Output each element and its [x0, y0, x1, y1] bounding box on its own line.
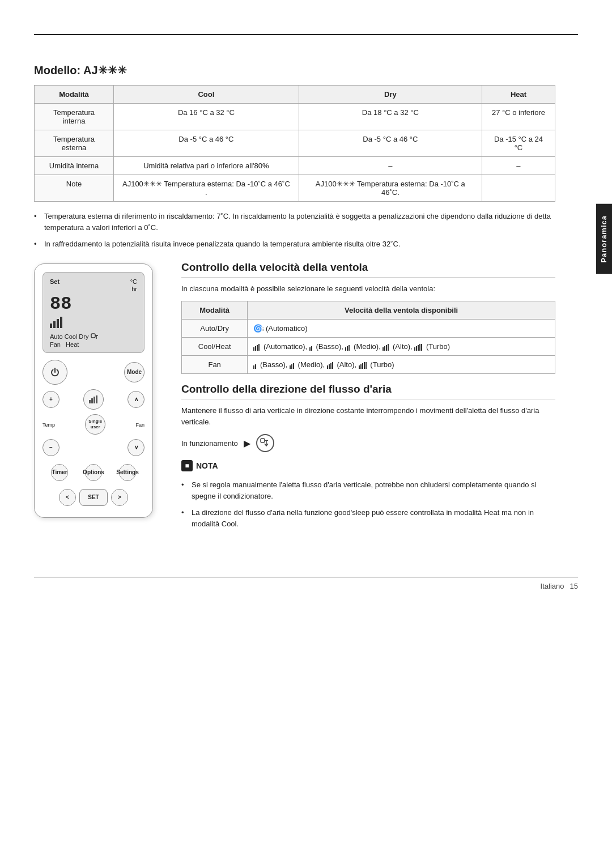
right-button[interactable]: >	[111, 489, 128, 506]
col-header-cool: Cool	[114, 86, 299, 104]
main-content: Modello: AJ✳✳✳ Modalità Cool Dry Heat Te…	[0, 35, 612, 560]
svg-rect-8	[91, 398, 93, 403]
cell-cool: AJ100✳✳✳ Temperatura esterna: Da -10˚C a…	[114, 175, 299, 202]
temp-group: +	[42, 391, 60, 408]
fan-circle-icon	[256, 434, 274, 452]
svg-rect-37	[332, 362, 333, 369]
svg-rect-19	[348, 345, 350, 351]
button-row-6: < SET >	[42, 489, 144, 506]
mode-button[interactable]: Mode	[124, 362, 144, 382]
button-row-3: Temp Singleuser Fan	[42, 414, 144, 435]
svg-rect-39	[360, 364, 362, 369]
cell-heat: –	[482, 157, 555, 175]
fan-turbo-icon	[414, 344, 424, 351]
remote-control: Set °Chr 88	[34, 263, 153, 518]
svg-rect-32	[291, 364, 292, 369]
fan-mode-cell: Cool/Heat	[182, 338, 248, 356]
cell-heat: 27 °C o inferiore	[482, 104, 555, 130]
svg-rect-35	[329, 364, 330, 369]
col-header-modalita: Modalità	[35, 86, 114, 104]
svg-rect-43	[261, 439, 265, 442]
button-row-5: Timer Options Settings	[42, 464, 144, 481]
svg-rect-23	[388, 344, 389, 351]
svg-rect-9	[94, 397, 95, 403]
left-button[interactable]: <	[59, 489, 76, 506]
bullets-top: Temperatura esterna di riferimento in ri…	[34, 211, 555, 250]
table-row: Umidità interna Umidità relativa pari o …	[35, 157, 555, 175]
fan-low-icon2	[253, 362, 258, 369]
side-tab: Panoramica	[596, 204, 612, 274]
cell-dry: Da 18 °C a 32 °C	[299, 104, 482, 130]
svg-rect-22	[386, 345, 387, 351]
fan-table-row: Fan (Basso), (Medio), (Alto),	[182, 356, 555, 374]
svg-rect-20	[382, 347, 384, 351]
nota-bullets: Se si regola manualmente l'aletta flusso…	[181, 479, 555, 529]
page: Panoramica Modello: AJ✳✳✳ Modalità Cool …	[0, 34, 612, 868]
nota-bullet-item: Se si regola manualmente l'aletta flusso…	[181, 479, 555, 501]
fan-speed-text: (Automatico)	[266, 324, 308, 333]
svg-rect-31	[290, 365, 291, 369]
fan-mode-cell: Fan	[182, 356, 248, 374]
svg-rect-7	[89, 400, 91, 403]
temp-minus-button[interactable]: −	[42, 439, 60, 456]
power-icon	[50, 367, 60, 377]
fan-icon-button[interactable]	[83, 389, 104, 410]
fan-table-row: Cool/Heat (Automatico), (Basso), (Medio)…	[182, 338, 555, 356]
fan-auto-icon	[253, 344, 261, 351]
page-number: 15	[570, 582, 578, 590]
fan-col-header-modalita: Modalità	[182, 301, 248, 320]
svg-rect-14	[258, 344, 260, 351]
svg-rect-41	[364, 362, 365, 369]
svg-rect-13	[257, 345, 258, 351]
svg-rect-16	[311, 346, 312, 351]
bottom-bar: Italiano 15	[0, 577, 612, 595]
single-user-label: Singleuser	[88, 419, 102, 429]
svg-rect-28	[421, 344, 422, 351]
button-row-1: Mode	[42, 360, 144, 385]
svg-rect-18	[347, 346, 348, 351]
temp-plus-button[interactable]: +	[42, 391, 60, 408]
power-button[interactable]	[42, 360, 67, 385]
mode-line1: Auto Cool Dry	[50, 333, 137, 341]
fan-icon	[50, 316, 137, 331]
fan-label-group: Fan	[135, 421, 144, 428]
svg-rect-21	[384, 346, 385, 351]
fan-high-icon	[382, 344, 390, 351]
svg-rect-0	[50, 324, 52, 328]
svg-rect-29	[253, 365, 254, 369]
timer-button[interactable]: Timer	[51, 464, 68, 481]
cell-heat	[482, 175, 555, 202]
fan-speed-table: Modalità Velocità della ventola disponib…	[181, 301, 555, 374]
single-user-button[interactable]: Singleuser	[85, 414, 105, 435]
table-row: Temperatura interna Da 16 °C a 32 °C Da …	[35, 104, 555, 130]
nota-bullet-item: La direzione del flusso d'aria nella fun…	[181, 507, 555, 529]
arrow-right-icon: ▶	[244, 438, 250, 449]
svg-rect-24	[414, 347, 415, 351]
down-button[interactable]: ∨	[128, 439, 144, 456]
cell-dry: –	[299, 157, 482, 175]
button-row-4: − ∨	[42, 439, 144, 456]
fan-speeds-cell: (Basso), (Medio), (Alto), (Turbo)	[248, 356, 555, 374]
table-row: Temperatura esterna Da -5 °C a 46 °C Da …	[35, 130, 555, 157]
options-button[interactable]: Options	[85, 464, 102, 481]
cell-dry: Da -5 °C a 46 °C	[299, 130, 482, 157]
fan-label: Fan	[135, 422, 144, 428]
modello-table: Modalità Cool Dry Heat Temperatura inter…	[34, 85, 555, 202]
svg-rect-2	[57, 319, 59, 328]
table-row: Note AJ100✳✳✳ Temperatura esterna: Da -1…	[35, 175, 555, 202]
set-button[interactable]: SET	[79, 489, 108, 506]
row-label: Umidità interna	[35, 157, 114, 175]
page-language: Italiano	[541, 582, 564, 590]
svg-rect-34	[327, 365, 328, 369]
remote-buttons: Mode +	[42, 360, 144, 506]
bullet-item: In raffreddamento la potenzialità risult…	[34, 239, 555, 250]
up-button[interactable]: ∧	[128, 391, 144, 408]
svg-rect-25	[416, 346, 417, 351]
fan-speed-text: (Automatico), (Basso), (Medio), (Alto), …	[253, 342, 450, 351]
nota-icon: ■	[181, 460, 193, 471]
mode-icon	[91, 333, 101, 341]
fan-speeds-cell: 🌀ᵢ (Automatico)	[248, 320, 555, 338]
bullet-item: Temperatura esterna di riferimento in ri…	[34, 211, 555, 233]
fan-col-header-speeds: Velocità della ventola disponibili	[248, 301, 555, 320]
settings-button[interactable]: Settings	[119, 464, 136, 481]
